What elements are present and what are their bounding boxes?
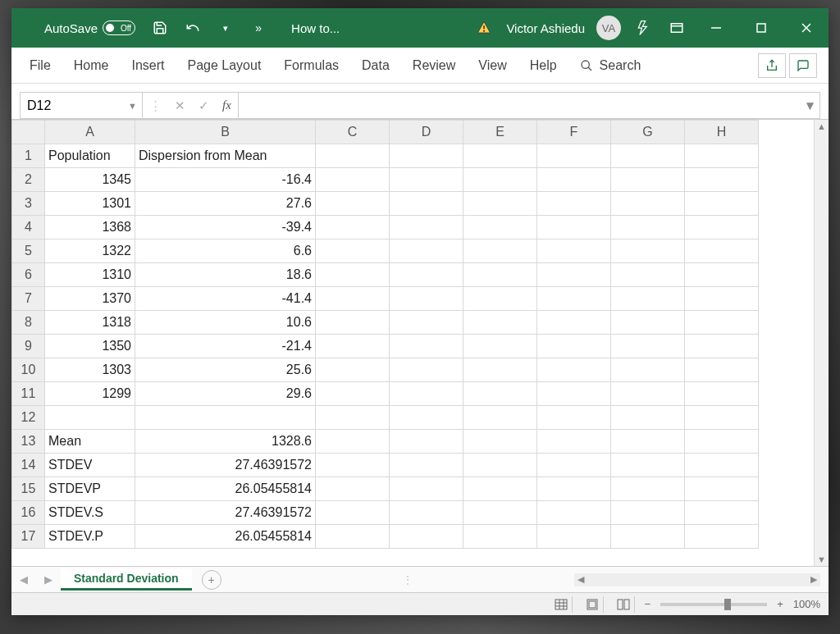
cell[interactable]: 1301 [45,192,135,216]
cell[interactable] [537,335,611,358]
row-header[interactable]: 14 [12,454,45,477]
cell[interactable] [685,454,759,477]
cell[interactable]: 27.46391572 [135,454,316,477]
cell[interactable] [390,168,463,192]
cell[interactable] [685,477,759,501]
cell[interactable] [390,382,463,406]
minimize-button[interactable] [693,8,738,48]
cell[interactable] [316,382,390,406]
add-sheet-button[interactable]: + [202,570,221,590]
save-icon[interactable] [144,8,176,48]
cell[interactable] [390,192,463,216]
cell[interactable] [463,382,537,406]
formula-bar[interactable]: ⯆ [239,92,820,119]
cell[interactable] [685,406,759,430]
close-button[interactable] [783,8,829,48]
cell[interactable]: 25.6 [135,358,316,382]
expand-formula-icon[interactable]: ⯆ [806,101,815,111]
comments-button[interactable] [789,53,817,78]
cell[interactable]: 27.6 [135,192,316,216]
cell[interactable] [611,239,685,263]
cell[interactable] [316,239,390,263]
scroll-right-icon[interactable]: ▶ [810,574,817,585]
cell[interactable]: 1299 [45,382,135,406]
cell[interactable] [537,239,611,263]
cell[interactable] [537,263,611,287]
cell[interactable] [685,430,759,454]
cell[interactable] [463,216,537,239]
cell[interactable] [537,144,611,168]
sheet-nav-prev-icon[interactable]: ◀ [11,573,36,586]
cell[interactable] [390,239,463,263]
row-header[interactable]: 1 [12,144,45,168]
cell[interactable] [611,406,685,430]
page-break-view-icon[interactable] [614,596,635,613]
horizontal-scrollbar[interactable]: ◀ ▶ [413,573,829,586]
row-header[interactable]: 17 [12,525,45,549]
cell[interactable]: 1310 [45,263,135,287]
cell[interactable] [611,263,685,287]
cell[interactable]: -16.4 [135,168,316,192]
cell[interactable] [537,454,611,477]
cell[interactable] [537,525,611,549]
cell[interactable] [611,335,685,358]
cell[interactable] [537,311,611,335]
col-header-F[interactable]: F [537,121,611,144]
tab-home[interactable]: Home [62,48,121,83]
cell[interactable] [463,358,537,382]
col-header-G[interactable]: G [611,121,685,144]
tab-view[interactable]: View [467,48,518,83]
normal-view-icon[interactable] [551,596,573,613]
zoom-out-button[interactable]: − [645,598,651,610]
cell[interactable] [685,263,759,287]
cancel-icon[interactable]: ✕ [175,98,185,113]
cell[interactable] [611,168,685,192]
cell[interactable]: -41.4 [135,287,316,311]
flash-fill-icon[interactable] [628,8,660,48]
row-header[interactable]: 15 [12,477,45,501]
row-header[interactable]: 11 [12,382,45,406]
cell[interactable] [390,311,463,335]
col-header-E[interactable]: E [463,121,537,144]
tab-page-layout[interactable]: Page Layout [176,48,272,83]
cell[interactable] [316,311,390,335]
cell[interactable]: Mean [45,430,135,454]
cell[interactable] [316,525,390,549]
row-header[interactable]: 13 [12,430,45,454]
cell[interactable] [611,192,685,216]
cell[interactable] [316,454,390,477]
cell[interactable] [611,430,685,454]
cell[interactable] [316,501,390,525]
tab-insert[interactable]: Insert [120,48,176,83]
cell[interactable]: -39.4 [135,216,316,239]
cell[interactable] [390,430,463,454]
scroll-down-icon[interactable]: ▼ [815,554,829,564]
cell[interactable] [390,335,463,358]
share-button[interactable] [758,53,786,78]
cell-B1[interactable]: Dispersion from Mean [135,144,316,168]
col-header-D[interactable]: D [390,121,463,144]
cell[interactable] [685,192,759,216]
zoom-slider[interactable] [660,603,767,606]
cell[interactable] [463,477,537,501]
name-box[interactable]: D12 ▼ [20,92,143,119]
cell[interactable] [685,335,759,358]
cell[interactable] [390,525,463,549]
undo-dropdown-icon[interactable]: ▾ [209,8,242,48]
tab-help[interactable]: Help [518,48,568,83]
avatar[interactable]: VA [596,16,621,40]
tell-me-search[interactable]: Search [568,58,653,73]
page-layout-view-icon[interactable] [582,596,604,613]
cell[interactable] [316,335,390,358]
sheet-tab-active[interactable]: Standard Deviation [61,568,192,591]
cell[interactable] [316,406,390,430]
sheet-split-icon[interactable]: ⋮ [402,573,413,586]
cell[interactable] [537,287,611,311]
cell[interactable] [611,501,685,525]
cell[interactable]: STDEV.P [45,525,135,549]
cell[interactable]: 1345 [45,168,135,192]
cell[interactable] [685,501,759,525]
cell[interactable]: 1322 [45,239,135,263]
cell[interactable] [611,525,685,549]
row-header[interactable]: 5 [12,239,45,263]
